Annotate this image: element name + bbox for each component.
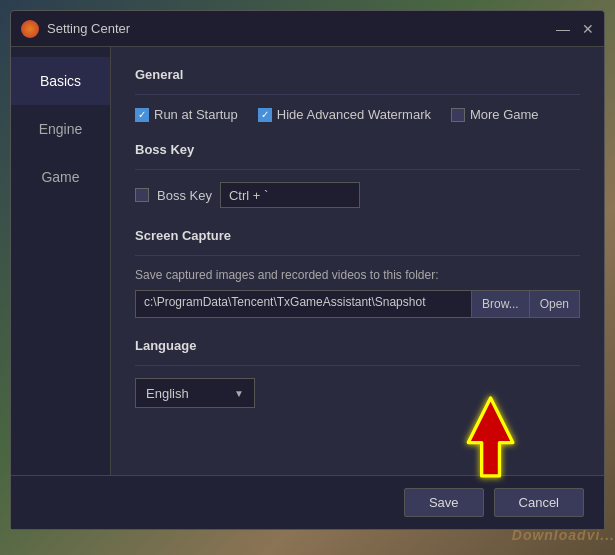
- boss-key-section: Boss Key Boss Key: [135, 142, 580, 208]
- capture-description: Save captured images and recorded videos…: [135, 268, 580, 282]
- titlebar: Setting Center — ✕: [11, 11, 604, 47]
- general-divider: [135, 94, 580, 95]
- general-title: General: [135, 67, 580, 82]
- minimize-button[interactable]: —: [556, 22, 570, 36]
- sidebar-item-game[interactable]: Game: [11, 153, 110, 201]
- more-game-item: More Game: [451, 107, 539, 122]
- boss-key-input[interactable]: [220, 182, 360, 208]
- run-at-startup-label: Run at Startup: [154, 107, 238, 122]
- capture-path-display: c:\ProgramData\Tencent\TxGameAssistant\S…: [135, 290, 471, 318]
- sidebar-item-engine[interactable]: Engine: [11, 105, 110, 153]
- window-controls: — ✕: [556, 22, 594, 36]
- more-game-label: More Game: [470, 107, 539, 122]
- save-button[interactable]: Save: [404, 488, 484, 517]
- sidebar: Basics Engine Game: [11, 47, 111, 475]
- run-at-startup-item: Run at Startup: [135, 107, 238, 122]
- sidebar-item-basics[interactable]: Basics: [11, 57, 110, 105]
- language-divider: [135, 365, 580, 366]
- boss-key-title: Boss Key: [135, 142, 580, 157]
- capture-path-row: c:\ProgramData\Tencent\TxGameAssistant\S…: [135, 290, 580, 318]
- language-title: Language: [135, 338, 580, 353]
- setting-center-dialog: Setting Center — ✕ Basics Engine Game Ge…: [10, 10, 605, 530]
- close-button[interactable]: ✕: [582, 22, 594, 36]
- language-dropdown[interactable]: English ▼: [135, 378, 255, 408]
- boss-key-divider: [135, 169, 580, 170]
- screen-capture-section: Screen Capture Save captured images and …: [135, 228, 580, 318]
- dialog-title: Setting Center: [47, 21, 556, 36]
- screen-capture-divider: [135, 255, 580, 256]
- boss-key-checkbox[interactable]: [135, 188, 149, 202]
- boss-key-label: Boss Key: [157, 188, 212, 203]
- hide-watermark-label: Hide Advanced Watermark: [277, 107, 431, 122]
- run-at-startup-checkbox[interactable]: [135, 108, 149, 122]
- chevron-down-icon: ▼: [234, 388, 244, 399]
- language-selected-value: English: [146, 386, 189, 401]
- hide-watermark-checkbox[interactable]: [258, 108, 272, 122]
- main-panel: General Run at Startup Hide Advanced Wat…: [111, 47, 604, 475]
- general-section: General Run at Startup Hide Advanced Wat…: [135, 67, 580, 122]
- open-button[interactable]: Open: [530, 290, 580, 318]
- dialog-content: Basics Engine Game General Run at Startu…: [11, 47, 604, 475]
- dialog-footer: Save Cancel: [11, 475, 604, 529]
- general-options-row: Run at Startup Hide Advanced Watermark M…: [135, 107, 580, 122]
- app-icon: [21, 20, 39, 38]
- browse-button[interactable]: Brow...: [471, 290, 530, 318]
- language-section: Language English ▼: [135, 338, 580, 408]
- hide-watermark-item: Hide Advanced Watermark: [258, 107, 431, 122]
- cancel-button[interactable]: Cancel: [494, 488, 584, 517]
- boss-key-row: Boss Key: [135, 182, 580, 208]
- more-game-checkbox[interactable]: [451, 108, 465, 122]
- screen-capture-title: Screen Capture: [135, 228, 580, 243]
